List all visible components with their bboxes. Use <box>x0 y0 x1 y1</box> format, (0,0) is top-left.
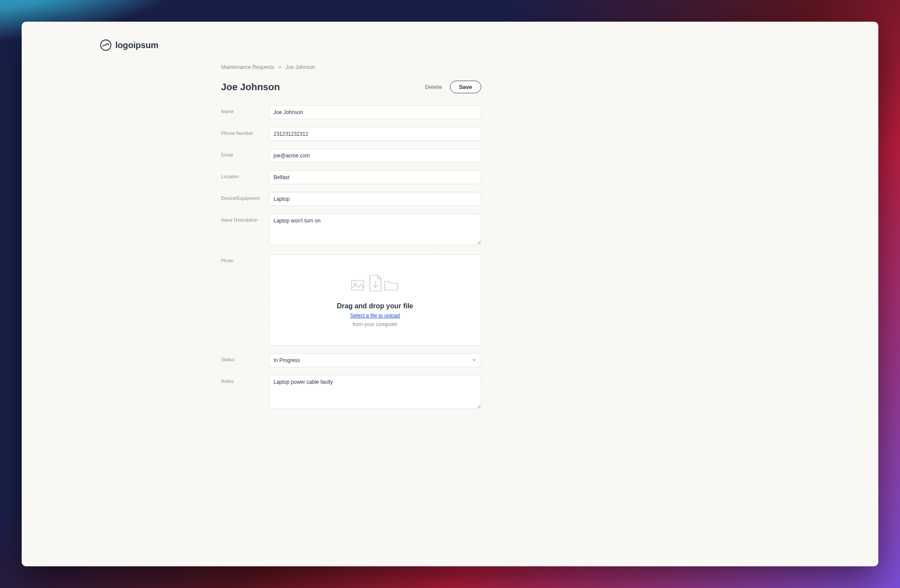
app-window: logoipsum Maintenance Requests > Joe Joh… <box>22 22 878 566</box>
status-label: Status <box>221 353 269 362</box>
field-phone: Phone Number <box>221 127 481 141</box>
select-file-link[interactable]: Select a file to upload <box>350 313 400 319</box>
field-notes: Notes Laptop power cable faulty <box>221 375 481 411</box>
device-input[interactable] <box>269 192 481 206</box>
field-location: Location <box>221 170 481 184</box>
save-button[interactable]: Save <box>450 81 481 93</box>
photo-label: Photo <box>221 255 269 263</box>
field-status: Status In Progress <box>221 353 481 367</box>
breadcrumb-current: Joe Johnson <box>285 64 315 70</box>
location-label: Location <box>221 170 269 179</box>
name-input[interactable] <box>269 105 481 119</box>
issue-description-textarea[interactable]: Laptop won't turn on <box>269 214 481 245</box>
page-header: Joe Johnson Delete Save <box>221 81 481 93</box>
page-title: Joe Johnson <box>221 82 280 93</box>
brand-logo: logoipsum <box>100 39 852 51</box>
email-input[interactable] <box>269 149 481 163</box>
upload-illustration-icon <box>349 273 401 295</box>
logo-icon <box>100 39 112 51</box>
main-content: Maintenance Requests > Joe Johnson Joe J… <box>221 64 481 411</box>
breadcrumb-parent-link[interactable]: Maintenance Requests <box>221 64 274 70</box>
dropzone-title: Drag and drop your file <box>337 302 413 310</box>
status-select[interactable]: In Progress <box>269 353 481 367</box>
phone-input[interactable] <box>269 127 481 141</box>
breadcrumb-separator: > <box>278 64 281 70</box>
logo-text: logoipsum <box>115 40 158 50</box>
field-photo: Photo <box>221 255 481 346</box>
name-label: Name <box>221 105 269 114</box>
delete-button[interactable]: Delete <box>425 84 442 90</box>
location-input[interactable] <box>269 170 481 184</box>
photo-dropzone[interactable]: Drag and drop your file Select a file to… <box>269 255 481 346</box>
device-label: Device/Equipment <box>221 192 269 201</box>
field-name: Name <box>221 105 481 119</box>
page-actions: Delete Save <box>425 81 481 93</box>
dropzone-subtext: from your computer <box>352 321 398 327</box>
phone-label: Phone Number <box>221 127 269 136</box>
field-device: Device/Equipment <box>221 192 481 206</box>
field-issue-description: Issue Description Laptop won't turn on <box>221 214 481 247</box>
email-label: Email <box>221 149 269 157</box>
notes-textarea[interactable]: Laptop power cable faulty <box>269 375 481 409</box>
breadcrumb: Maintenance Requests > Joe Johnson <box>221 64 481 70</box>
notes-label: Notes <box>221 375 269 384</box>
issue-label: Issue Description <box>221 214 269 222</box>
field-email: Email <box>221 149 481 163</box>
